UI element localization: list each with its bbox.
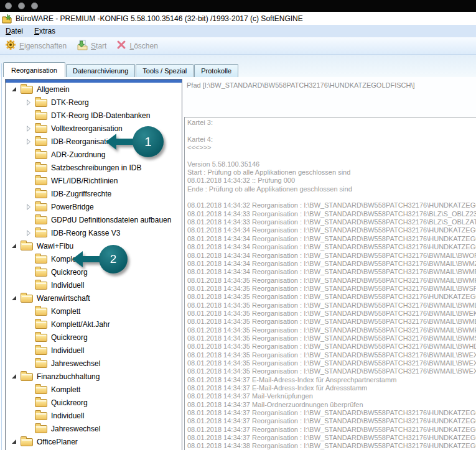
collapsed-arrow-icon[interactable]: [25, 203, 32, 211]
folder-icon: [35, 347, 47, 355]
window-button-icon[interactable]: [5, 2, 12, 9]
tree-item-individuell[interactable]: Individuell: [6, 278, 182, 292]
tree-item-label: IDB-Zugriffsrechte: [51, 190, 111, 198]
folder-icon: [35, 334, 47, 342]
collapsed-arrow-icon[interactable]: [25, 125, 32, 132]
tree-item-komplett-akt-jahr[interactable]: Komplett/Akt.Jahr: [6, 318, 182, 331]
tree-item-label: DTK-Reorg: [51, 98, 89, 107]
tree-item-label: OfficePlaner: [37, 438, 78, 446]
log-output-box[interactable]: Kartei 3: Kartei 4: <<<>>> Version 5.58.…: [184, 117, 476, 450]
tree-item-label: PowerBridge: [51, 203, 94, 211]
expanded-arrow-icon[interactable]: [11, 242, 18, 250]
tree-item-quickreorg[interactable]: Quickreorg: [6, 396, 182, 409]
folder-icon: [35, 399, 47, 407]
window-button-icon[interactable]: [18, 2, 25, 9]
folder-icon: [21, 86, 33, 94]
folder-icon: [35, 308, 47, 316]
tree-item-individuell[interactable]: Individuell: [6, 344, 182, 357]
tree-item-label: Individuell: [51, 346, 84, 355]
tree-item-individuell[interactable]: Individuell: [6, 409, 182, 422]
window-button-icon[interactable]: [31, 2, 38, 9]
tree-item-komplett[interactable]: Komplett: [6, 383, 182, 396]
folder-icon: [35, 386, 47, 394]
eigenschaften-button[interactable]: Eigenschaften: [5, 39, 67, 52]
folder-icon: [35, 229, 47, 237]
window-chrome-bar: [0, 0, 476, 12]
folder-icon: [35, 216, 47, 224]
folder-icon: [35, 269, 47, 277]
tree-item-label: Komplett: [51, 307, 80, 316]
loeschen-button[interactable]: Löschen: [116, 40, 157, 52]
expanded-arrow-icon[interactable]: [11, 438, 18, 446]
folder-icon: [21, 438, 33, 446]
collapsed-arrow-icon[interactable]: [25, 99, 32, 106]
tree-item-label: Jahreswechsel: [51, 359, 100, 368]
arrow-spacer: [25, 334, 32, 341]
tab-tools-spezial[interactable]: Tools / Spezial: [136, 64, 194, 77]
tab-strip: ReorganisationDatenarchivierungTools / S…: [3, 62, 239, 77]
tree-item-label: Komplett/Akt.Jahr: [51, 320, 110, 329]
tree-item-idb-zugriffsrechte[interactable]: IDB-Zugriffsrechte: [6, 187, 182, 200]
tab-datenarchivierung[interactable]: Datenarchivierung: [66, 64, 135, 77]
callout-2: 2: [72, 245, 128, 273]
tree-item-finanzbuchhaltung[interactable]: Finanzbuchhaltung: [6, 370, 182, 383]
arrow-spacer: [25, 216, 32, 224]
callout-1: 1: [106, 126, 164, 157]
callout-arrow-shaft: [82, 256, 100, 262]
tree-item-wfl-idb-richtlinien[interactable]: WFL/IDB/Richtlinien: [6, 174, 182, 187]
tree-item-jahreswechsel[interactable]: Jahreswechsel: [6, 422, 182, 435]
tree-item-idb-reorg-kasse-v3[interactable]: IDB-Reorg Kasse V3: [6, 226, 182, 239]
arrow-spacer: [25, 321, 32, 328]
tree-item-label: Jahreswechsel: [51, 425, 100, 433]
callout-number: 2: [110, 252, 117, 266]
arrow-spacer: [25, 399, 32, 406]
menu-bar: Datei Extras: [0, 25, 476, 37]
tree-item-warenwirtschaft[interactable]: Warenwirtschaft: [6, 292, 182, 305]
tree-item-powerbridge[interactable]: PowerBridge: [6, 200, 182, 213]
callout-number: 1: [144, 134, 152, 149]
menu-datei[interactable]: Datei: [0, 27, 29, 35]
menu-extras[interactable]: Extras: [29, 27, 61, 35]
folder-icon: [35, 125, 47, 133]
callout-badge: 2: [99, 245, 128, 273]
expanded-arrow-icon[interactable]: [11, 373, 18, 380]
folder-icon: [35, 360, 47, 368]
arrow-spacer: [25, 347, 32, 354]
callout-arrow-shaft: [116, 139, 133, 145]
tab-protokolle[interactable]: Protokolle: [194, 64, 238, 77]
tab-reorganisation[interactable]: Reorganisation: [3, 62, 65, 77]
folder-icon: [21, 242, 33, 250]
tree-item-allgemein[interactable]: Allgemein: [6, 83, 182, 96]
folder-icon: [35, 164, 47, 172]
start-button[interactable]: Start: [77, 39, 106, 52]
title-bar: BüroWARE - PREMIUM -KONFIG 5.58.100.3514…: [0, 12, 476, 25]
collapsed-arrow-icon[interactable]: [25, 229, 32, 237]
folder-icon: [35, 425, 47, 433]
tree-item-label: Quickreorg: [51, 333, 88, 342]
folder-icon: [21, 295, 33, 303]
tree-item-label: DTK-Reorg IDB-Datenbanken: [51, 111, 150, 120]
collapsed-arrow-icon[interactable]: [25, 138, 32, 145]
app-icon: [2, 14, 12, 24]
tree-item-label: Satzbeschreibungen in IDB: [51, 163, 141, 172]
folder-icon: [35, 282, 47, 290]
arrow-spacer: [25, 190, 32, 198]
tree-item-gdpdu-definitionsdateien-aufbauen[interactable]: GDPdU Definitionsdateien aufbauen: [6, 213, 182, 226]
expanded-arrow-icon[interactable]: [11, 86, 18, 93]
tree-item-komplett[interactable]: Komplett: [6, 305, 182, 318]
properties-gear-icon: [5, 39, 16, 52]
tree-item-dtk-reorg-idb-datenbanken[interactable]: DTK-Reorg IDB-Datenbanken: [6, 109, 182, 122]
callout-arrow-icon: [106, 134, 116, 150]
expanded-arrow-icon[interactable]: [11, 295, 18, 302]
tree-item-jahreswechsel[interactable]: Jahreswechsel: [6, 357, 182, 370]
tree-item-quickreorg[interactable]: Quickreorg: [6, 331, 182, 344]
tree-item-dtk-reorg[interactable]: DTK-Reorg: [6, 96, 182, 109]
folder-icon: [35, 151, 47, 159]
tree-item-officeplaner[interactable]: OfficePlaner: [6, 435, 182, 448]
tree-item-label: Komplett: [51, 385, 80, 394]
tree-item-label: Allgemein: [37, 85, 70, 94]
arrow-spacer: [25, 425, 32, 433]
folder-icon: [35, 412, 47, 420]
path-label: Pfad [I:\BW_STANDARD\BW558PATCH32176\HUN…: [187, 81, 415, 89]
tree-item-satzbeschreibungen-in-idb[interactable]: Satzbeschreibungen in IDB: [6, 161, 182, 174]
